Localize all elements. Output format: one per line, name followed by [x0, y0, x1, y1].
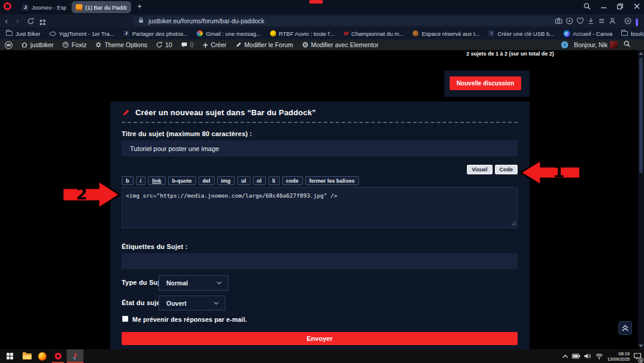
annotation-arrow-2: 2 [61, 179, 121, 211]
chevron-down-icon [216, 281, 222, 285]
scrollbar[interactable] [638, 50, 644, 349]
volume-icon[interactable] [584, 353, 592, 359]
admin-comments[interactable]: 0 [181, 41, 194, 48]
battery-icon[interactable] [572, 353, 580, 359]
file-explorer-button[interactable] [20, 349, 33, 363]
reload-button[interactable] [27, 17, 35, 27]
reading-list-icon[interactable] [597, 17, 606, 25]
restore-button[interactable] [617, 2, 624, 10]
bookmark-boulot[interactable]: boulot [621, 30, 644, 37]
type-select[interactable]: Normal [159, 275, 228, 291]
title-input[interactable] [122, 140, 518, 156]
admin-new-content[interactable]: Créer [202, 41, 227, 48]
info-icon[interactable]: i [561, 41, 568, 48]
quicktag-bquote-button[interactable]: b-quote [168, 176, 196, 185]
scrollbar-down-arrow[interactable] [639, 344, 643, 347]
new-discussion-button[interactable]: Nouvelle discussion [450, 76, 521, 90]
bookmark-espace-reserve[interactable]: Espace réservé aux t... [413, 30, 479, 37]
bookmark-just-biker[interactable]: Just Biker [6, 30, 41, 37]
bookmark-heart-icon[interactable] [576, 17, 584, 25]
annotation-number-2: 2 [76, 184, 88, 203]
resize-handle[interactable] [511, 221, 516, 226]
quicktag-li-button[interactable]: li [268, 176, 280, 185]
admin-site-menu[interactable]: justbiker [21, 41, 54, 48]
quicktag-ol-button[interactable]: ol [253, 176, 266, 185]
bookmark-cle-usb[interactable]: \Créer une clé USB b... [488, 30, 554, 37]
quicktag-ul-button[interactable]: ul [237, 176, 250, 185]
quicktag-link-button[interactable]: link [148, 176, 166, 185]
chevron-down-icon [213, 302, 219, 305]
gear-icon [95, 41, 102, 48]
start-button[interactable] [4, 349, 16, 363]
opera-icon [55, 353, 61, 359]
form-heading-text: Créer un nouveau sujet dans “Bar du Padd… [135, 108, 316, 117]
bookmark-championnat[interactable]: MChampionnat du m... [344, 30, 404, 37]
bookmark-yggtorrent[interactable]: YggTorrent - 1er Tra... [49, 30, 114, 37]
tray-date: 13/09/2025 [607, 356, 630, 362]
scroll-to-top-button[interactable] [618, 321, 632, 335]
quicktag-del-button[interactable]: del [199, 176, 215, 185]
quicktag-italic-button[interactable]: i [136, 176, 146, 185]
downloads-icon[interactable] [587, 17, 595, 25]
admin-account-menu[interactable]: Bonjour, Nik [574, 41, 618, 49]
browser-address-bar: ‹ › justbiker.eu/forums/forum/bar-du-pad… [0, 14, 644, 27]
forward-button[interactable]: › [16, 16, 19, 26]
windows-taskbar: 08:19 13/09/2025 3 [0, 349, 644, 363]
close-button[interactable] [633, 2, 640, 10]
scrollbar-up-arrow[interactable] [639, 52, 643, 55]
justbiker-favicon-icon [76, 4, 82, 11]
admin-theme-options[interactable]: Theme Options [95, 41, 147, 48]
speed-dial-icon[interactable] [39, 18, 46, 27]
notify-checkbox[interactable] [122, 316, 128, 322]
opera-menu-button[interactable] [4, 2, 16, 12]
profile-icon[interactable] [608, 17, 617, 25]
active-app-button[interactable] [67, 349, 83, 363]
windows-logo-icon [7, 353, 13, 359]
tab-joomeo[interactable]: J Joomeo - Espace doming [18, 1, 70, 13]
bookmark-gmail[interactable]: Gmail : une messag... [197, 30, 261, 37]
tags-input[interactable] [122, 253, 518, 269]
tray-chevron-icon[interactable] [562, 354, 568, 359]
new-tab-button[interactable]: + [135, 2, 144, 11]
back-button[interactable]: ‹ [5, 16, 8, 26]
minimize-button[interactable] [600, 2, 607, 10]
state-select[interactable]: Ouvert [159, 296, 225, 310]
wp-logo-menu[interactable]: W [5, 41, 13, 49]
quicktag-bold-button[interactable]: b [122, 176, 134, 185]
opera-button[interactable] [51, 349, 64, 363]
code-mode-button[interactable]: Code [495, 165, 518, 174]
admin-search-icon[interactable] [623, 39, 631, 50]
scrollbar-thumb[interactable] [639, 57, 643, 173]
notification-center-button[interactable]: 3 [633, 351, 642, 362]
tray-clock[interactable]: 08:19 13/09/2025 [607, 351, 630, 362]
snapshot-icon[interactable] [555, 17, 563, 25]
quicktag-img-button[interactable]: img [217, 176, 235, 185]
site-icon [413, 30, 419, 36]
network-icon[interactable] [595, 353, 603, 359]
bookmark-rtbf-auvio[interactable]: RTBF Auvio : toute l'... [270, 30, 335, 37]
firefox-button[interactable] [36, 349, 49, 363]
tab-label: (1) Bar du Paddock – just! [85, 4, 127, 11]
bookmark-canva[interactable]: CAccueil - Canva [564, 30, 613, 37]
content-textarea[interactable]: <img src="https://media.joomeo.com/large… [122, 187, 518, 228]
toolbar-badge-icon[interactable] [565, 17, 574, 25]
red-indicator [309, 0, 323, 4]
browser-search-icon[interactable] [583, 2, 591, 10]
admin-edit-elementor[interactable]: Modifier avec Elementor [302, 41, 379, 48]
bookmark-joomeo[interactable]: JPartager des photos... [123, 30, 188, 37]
visual-mode-button[interactable]: Visuel [467, 165, 492, 174]
joomeo-favicon-icon: J [22, 4, 29, 11]
editor-mode-tabs: Visuel Code [467, 165, 518, 174]
annotation-number-1: 1 [553, 162, 565, 181]
extension-icon[interactable] [624, 17, 632, 27]
admin-edit-forum[interactable]: Modifier le Forum [235, 41, 293, 48]
sidebar-toggle-icon[interactable] [636, 19, 638, 26]
admin-foxiz-menu[interactable]: Foxiz [62, 41, 86, 48]
admin-updates[interactable]: 10 [156, 41, 172, 48]
url-field[interactable]: justbiker.eu/forums/forum/bar-du-paddock [132, 16, 559, 26]
quicktag-code-button[interactable]: code [282, 176, 303, 185]
quicktag-close-tags-button[interactable]: fermer les balises [305, 176, 359, 185]
submit-button[interactable]: Envoyer [122, 332, 518, 345]
folder-icon [621, 31, 628, 36]
tab-bar-du-paddock[interactable]: (1) Bar du Paddock – just! [72, 1, 131, 13]
